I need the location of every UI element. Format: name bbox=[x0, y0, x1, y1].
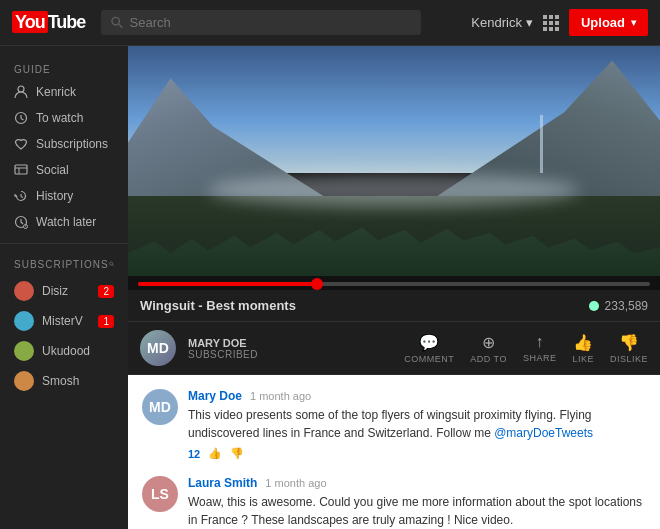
dislike-label: DISLIKE bbox=[610, 354, 648, 364]
sub-avatar-smosh bbox=[14, 371, 34, 391]
add-to-icon: ⊕ bbox=[482, 333, 496, 352]
dislike-button[interactable]: 👎 DISLIKE bbox=[610, 333, 648, 364]
sub-avatar-misterv bbox=[14, 311, 34, 331]
comment-body-laurasmith: Laura Smith 1 month ago Woaw, this is aw… bbox=[188, 476, 646, 529]
apps-grid-icon[interactable] bbox=[543, 15, 559, 31]
comment-link-marydoe[interactable]: @maryDoeTweets bbox=[494, 426, 593, 440]
comments-section: MD Mary Doe 1 month ago This video prese… bbox=[128, 375, 660, 529]
search-subscriptions-icon[interactable] bbox=[109, 258, 114, 270]
mist-effect bbox=[208, 173, 580, 208]
svg-line-5 bbox=[21, 119, 24, 121]
social-icon bbox=[14, 163, 28, 177]
like-icon: 👍 bbox=[573, 333, 594, 352]
comment-time-laurasmith: 1 month ago bbox=[265, 477, 326, 489]
comment-text-marydoe: This video presents some of the top flye… bbox=[188, 406, 646, 442]
share-label: SHARE bbox=[523, 353, 557, 363]
waterfall bbox=[540, 115, 543, 173]
progress-track[interactable] bbox=[138, 282, 650, 286]
sub-badge-misterv: 1 bbox=[98, 315, 114, 328]
svg-line-1 bbox=[119, 24, 122, 27]
channel-avatar: MD bbox=[140, 330, 176, 366]
sidebar-subscriptions-label: Subscriptions bbox=[36, 137, 108, 151]
dislike-icon: 👎 bbox=[619, 333, 640, 352]
subscriptions-label: SUBSCRIPTIONS bbox=[14, 259, 109, 270]
upload-label: Upload bbox=[581, 15, 625, 30]
progress-fill bbox=[138, 282, 317, 286]
sidebar-item-history[interactable]: History bbox=[0, 183, 128, 209]
channel-actions: 💬 COMMENT ⊕ ADD TO ↑ SHARE 👍 LIKE 👎 bbox=[404, 333, 648, 364]
sub-item-misterv[interactable]: MisterV 1 bbox=[0, 306, 128, 336]
comment-likes-marydoe: 12 👍 👎 bbox=[188, 447, 646, 460]
share-button[interactable]: ↑ SHARE bbox=[523, 333, 557, 364]
svg-point-0 bbox=[112, 17, 120, 25]
header-right: Kendrick ▾ Upload ▾ bbox=[471, 9, 648, 36]
like-count-marydoe: 12 bbox=[188, 448, 200, 460]
channel-subscribed: SUBSCRIBED bbox=[188, 349, 258, 360]
view-count: 233,589 bbox=[589, 299, 648, 313]
search-bar[interactable] bbox=[101, 10, 421, 35]
sidebar-towatch-label: To watch bbox=[36, 111, 83, 125]
comment-time-marydoe: 1 month ago bbox=[250, 390, 311, 402]
dislike-icon-marydoe[interactable]: 👎 bbox=[230, 447, 244, 460]
upload-caret-icon: ▾ bbox=[631, 17, 636, 28]
sidebar-item-watch-later[interactable]: Watch later bbox=[0, 209, 128, 235]
like-button[interactable]: 👍 LIKE bbox=[572, 333, 594, 364]
video-title: Wingsuit - Best moments bbox=[140, 298, 296, 313]
view-dot-icon bbox=[589, 301, 599, 311]
svg-rect-6 bbox=[15, 165, 27, 174]
video-info-bar: Wingsuit - Best moments 233,589 bbox=[128, 290, 660, 322]
header: YouTube Kendrick ▾ Upload ▾ bbox=[0, 0, 660, 46]
sidebar-item-subscriptions[interactable]: Subscriptions bbox=[0, 131, 128, 157]
sub-label-ukudood: Ukudood bbox=[42, 344, 90, 358]
subscriptions-section-header: SUBSCRIPTIONS bbox=[0, 252, 128, 276]
heart-icon bbox=[14, 137, 28, 151]
comment-author-laurasmith[interactable]: Laura Smith bbox=[188, 476, 257, 490]
sub-item-ukudood[interactable]: Ukudood bbox=[0, 336, 128, 366]
upload-button[interactable]: Upload ▾ bbox=[569, 9, 648, 36]
sidebar-history-label: History bbox=[36, 189, 73, 203]
sub-label-disiz: Disiz bbox=[42, 284, 68, 298]
sidebar-social-label: Social bbox=[36, 163, 69, 177]
main-layout: GUIDE Kenrick To watch Subscriptions bbox=[0, 46, 660, 529]
comment-item: MD Mary Doe 1 month ago This video prese… bbox=[142, 389, 646, 460]
sub-label-misterv: MisterV bbox=[42, 314, 83, 328]
history-icon bbox=[14, 189, 28, 203]
comment-body-marydoe: Mary Doe 1 month ago This video presents… bbox=[188, 389, 646, 460]
comment-avatar-marydoe: MD bbox=[142, 389, 178, 425]
logo-highlight: You bbox=[12, 11, 48, 33]
video-scene bbox=[128, 46, 660, 276]
svg-line-10 bbox=[21, 197, 23, 198]
video-player[interactable] bbox=[128, 46, 660, 276]
search-icon bbox=[111, 16, 123, 29]
sidebar-item-to-watch[interactable]: To watch bbox=[0, 105, 128, 131]
comment-button[interactable]: 💬 COMMENT bbox=[404, 333, 454, 364]
sidebar-item-kenrick[interactable]: Kenrick bbox=[0, 79, 128, 105]
clock-icon bbox=[14, 111, 28, 125]
like-icon-marydoe[interactable]: 👍 bbox=[208, 447, 222, 460]
sub-label-smosh: Smosh bbox=[42, 374, 79, 388]
comment-header-marydoe: Mary Doe 1 month ago bbox=[188, 389, 646, 403]
svg-point-2 bbox=[18, 86, 24, 92]
guide-label: GUIDE bbox=[0, 56, 128, 79]
sidebar: GUIDE Kenrick To watch Subscriptions bbox=[0, 46, 128, 529]
youtube-logo[interactable]: YouTube bbox=[12, 12, 85, 33]
comment-header-laurasmith: Laura Smith 1 month ago bbox=[188, 476, 646, 490]
view-count-number: 233,589 bbox=[605, 299, 648, 313]
watch-later-icon bbox=[14, 215, 28, 229]
comment-author-marydoe[interactable]: Mary Doe bbox=[188, 389, 242, 403]
progress-dot bbox=[311, 278, 323, 290]
sub-badge-disiz: 2 bbox=[98, 285, 114, 298]
search-input[interactable] bbox=[130, 15, 412, 30]
sub-avatar-disiz bbox=[14, 281, 34, 301]
sub-item-disiz[interactable]: Disiz 2 bbox=[0, 276, 128, 306]
add-to-button[interactable]: ⊕ ADD TO bbox=[470, 333, 507, 364]
comment-item: LS Laura Smith 1 month ago Woaw, this is… bbox=[142, 476, 646, 529]
user-caret-icon: ▾ bbox=[526, 15, 533, 30]
svg-point-15 bbox=[109, 262, 112, 265]
add-to-label: ADD TO bbox=[470, 354, 507, 364]
user-menu[interactable]: Kendrick ▾ bbox=[471, 15, 533, 30]
sub-item-smosh[interactable]: Smosh bbox=[0, 366, 128, 396]
svg-line-16 bbox=[112, 265, 114, 267]
sidebar-item-social[interactable]: Social bbox=[0, 157, 128, 183]
progress-bar-area[interactable] bbox=[128, 276, 660, 290]
